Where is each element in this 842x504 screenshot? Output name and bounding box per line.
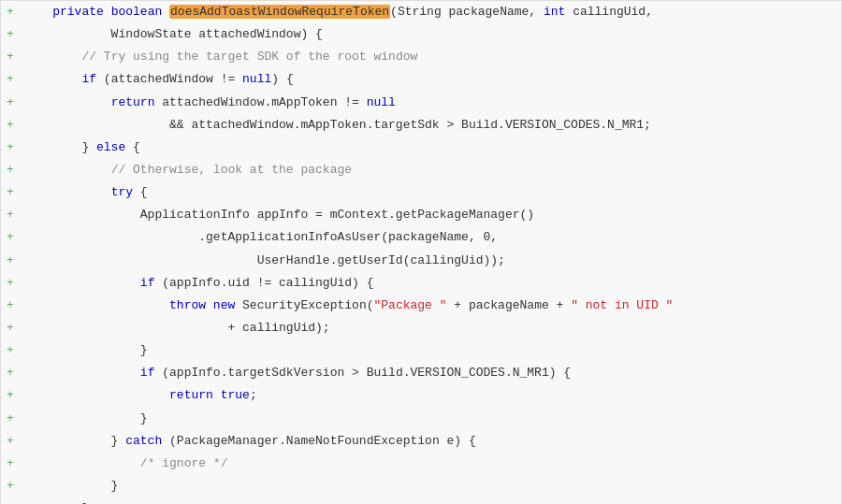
line-content: try { [20, 181, 841, 204]
code-row: + /* ignore */ [1, 453, 841, 475]
line-marker: + [1, 475, 20, 497]
line-content: UserHandle.getUserId(callingUid)); [20, 250, 841, 272]
code-row: + .getApplicationInfoAsUser(packageName,… [1, 226, 841, 249]
line-marker: + [1, 250, 20, 272]
line-marker: + [1, 114, 20, 137]
line-marker: + [1, 317, 20, 339]
code-row: + return attachedWindow.mAppToken != nul… [1, 92, 841, 114]
code-row: + if (appInfo.targetSdkVersion > Build.V… [1, 362, 841, 384]
line-marker: + [1, 272, 20, 295]
code-lines: + private boolean doesAddToastWindowRequ… [1, 1, 841, 504]
line-content: && attachedWindow.mAppToken.targetSdk > … [20, 114, 841, 137]
line-content: } [20, 408, 841, 430]
code-row: + try { [1, 181, 841, 204]
code-row: + } else { [1, 137, 841, 159]
line-marker: + [1, 159, 20, 181]
line-marker: + [1, 46, 20, 68]
line-marker: + [1, 339, 20, 362]
code-row: + ApplicationInfo appInfo = mContext.get… [1, 204, 841, 226]
code-row: + if (attachedWindow != null) { [1, 68, 841, 91]
line-content: .getApplicationInfoAsUser(packageName, 0… [20, 226, 841, 249]
code-row: + } [1, 408, 841, 430]
code-row: + } catch (PackageManager.NameNotFoundEx… [1, 430, 841, 453]
code-row: + private boolean doesAddToastWindowRequ… [1, 1, 841, 23]
code-row: + // Otherwise, look at the package [1, 159, 841, 181]
line-marker: + [1, 453, 20, 475]
line-content: // Try using the target SDK of the root … [20, 46, 841, 68]
code-container: + private boolean doesAddToastWindowRequ… [0, 0, 842, 504]
line-marker: + [1, 92, 20, 114]
code-row: + // Try using the target SDK of the roo… [1, 46, 841, 68]
code-row: + && attachedWindow.mAppToken.targetSdk … [1, 114, 841, 137]
code-row: + } [1, 339, 841, 362]
line-marker: + [1, 497, 20, 504]
line-marker: + [1, 204, 20, 226]
line-content: WindowState attachedWindow) { [20, 23, 841, 46]
line-content: return true; [20, 384, 841, 407]
code-row: + UserHandle.getUserId(callingUid)); [1, 250, 841, 272]
code-row: + WindowState attachedWindow) { [1, 23, 841, 46]
line-content: private boolean doesAddToastWindowRequir… [20, 1, 841, 23]
line-content: if (appInfo.targetSdkVersion > Build.VER… [20, 362, 841, 384]
line-content: } [20, 339, 841, 362]
line-marker: + [1, 1, 20, 23]
line-content: ApplicationInfo appInfo = mContext.getPa… [20, 204, 841, 226]
line-marker: + [1, 137, 20, 159]
code-row: + return true; [1, 384, 841, 407]
line-content: + callingUid); [20, 317, 841, 339]
code-row: + if (appInfo.uid != callingUid) { [1, 272, 841, 295]
code-row: + } [1, 475, 841, 497]
line-content: return attachedWindow.mAppToken != null [20, 92, 841, 114]
line-content: throw new SecurityException("Package " +… [20, 295, 841, 317]
code-row: + } [1, 497, 841, 504]
line-marker: + [1, 181, 20, 204]
line-content: } catch (PackageManager.NameNotFoundExce… [20, 430, 841, 453]
code-row: + throw new SecurityException("Package "… [1, 295, 841, 317]
line-marker: + [1, 23, 20, 46]
line-content: } [20, 497, 841, 504]
line-marker: + [1, 408, 20, 430]
line-content: // Otherwise, look at the package [20, 159, 841, 181]
line-marker: + [1, 362, 20, 384]
line-content: if (appInfo.uid != callingUid) { [20, 272, 841, 295]
line-content: if (attachedWindow != null) { [20, 68, 841, 91]
line-marker: + [1, 430, 20, 453]
line-content: } [20, 475, 841, 497]
line-marker: + [1, 295, 20, 317]
line-content: } else { [20, 137, 841, 159]
line-marker: + [1, 68, 20, 91]
line-content: /* ignore */ [20, 453, 841, 475]
line-marker: + [1, 384, 20, 407]
code-row: + + callingUid); [1, 317, 841, 339]
line-marker: + [1, 226, 20, 249]
